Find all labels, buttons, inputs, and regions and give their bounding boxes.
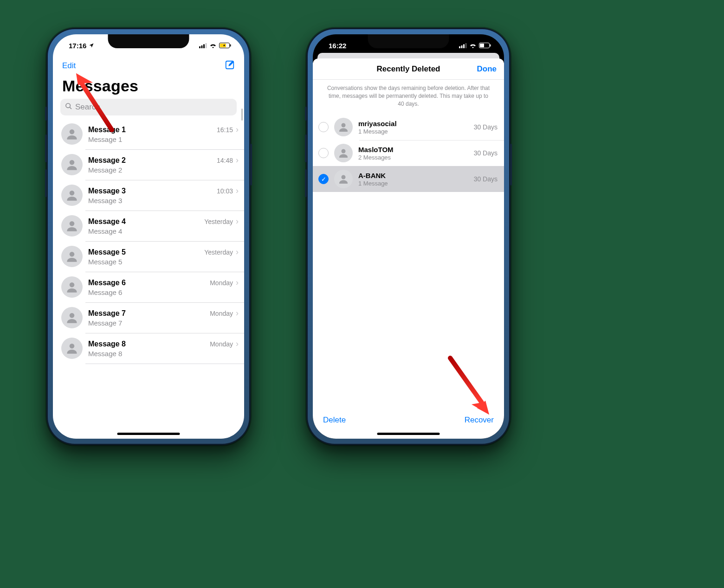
message-title: Message 7	[88, 309, 126, 318]
message-row[interactable]: Message 310:03›Message 3	[53, 180, 244, 211]
avatar	[334, 144, 353, 162]
svg-point-10	[70, 160, 75, 165]
message-title: Message 5	[88, 248, 126, 256]
message-row[interactable]: Message 8Monday›Message 8	[53, 333, 244, 364]
svg-point-11	[70, 191, 75, 196]
message-time: Monday	[210, 279, 233, 287]
svg-rect-20	[465, 43, 467, 48]
deleted-subtitle: 1 Message	[358, 180, 468, 187]
message-row[interactable]: Message 116:15›Message 1	[53, 119, 244, 149]
avatar	[334, 118, 353, 136]
cellular-icon	[459, 43, 467, 48]
deleted-title: MasloTOM	[358, 146, 468, 153]
message-row[interactable]: Message 5Yesterday›Message 5	[53, 241, 244, 272]
info-text: Conversations show the days remaining be…	[313, 80, 504, 114]
search-icon	[65, 102, 72, 112]
svg-rect-6	[230, 45, 231, 47]
sheet: Recently Deleted Done Conversations show…	[313, 58, 504, 439]
avatar	[61, 215, 83, 236]
chevron-right-icon: ›	[236, 278, 239, 287]
svg-point-12	[70, 221, 75, 226]
svg-point-24	[342, 123, 346, 128]
deleted-row[interactable]: mriyasocial1 Message30 Days	[313, 114, 504, 140]
message-title: Message 4	[88, 217, 126, 226]
cellular-icon	[199, 43, 207, 48]
side-button	[45, 169, 47, 197]
deleted-row[interactable]: ✓A-BANK1 Message30 Days	[313, 166, 504, 192]
message-row[interactable]: Message 7Monday›Message 7	[53, 302, 244, 333]
message-title: Message 3	[88, 187, 126, 195]
checkbox-unchecked-icon[interactable]	[318, 148, 329, 158]
recover-button[interactable]: Recover	[465, 415, 494, 425]
message-time: 14:48	[217, 157, 233, 164]
chevron-right-icon: ›	[236, 339, 239, 348]
home-indicator	[377, 433, 440, 435]
notch	[108, 34, 189, 48]
svg-rect-2	[203, 44, 205, 48]
status-time: 17:16	[69, 42, 86, 50]
message-subtitle: Message 6	[88, 288, 239, 296]
chevron-right-icon: ›	[236, 247, 239, 256]
chevron-right-icon: ›	[236, 186, 239, 195]
message-time: Yesterday	[204, 218, 233, 225]
message-time: Monday	[210, 310, 233, 317]
svg-rect-23	[490, 45, 491, 47]
bottom-toolbar: Delete Recover	[313, 410, 504, 430]
message-row[interactable]: Message 214:48›Message 2	[53, 149, 244, 180]
deleted-title: A-BANK	[358, 172, 468, 179]
checkbox-checked-icon[interactable]: ✓	[318, 174, 329, 184]
deleted-title: mriyasocial	[358, 120, 468, 128]
avatar	[61, 276, 83, 298]
edit-button[interactable]: Edit	[62, 61, 76, 70]
side-button	[250, 144, 252, 185]
notch	[368, 34, 449, 48]
search-placeholder: Search	[75, 102, 100, 112]
search-input[interactable]: Search	[60, 99, 237, 115]
message-subtitle: Message 8	[88, 350, 239, 358]
svg-point-26	[342, 175, 346, 179]
delete-button[interactable]: Delete	[323, 415, 346, 425]
message-time: 16:15	[217, 126, 233, 134]
message-subtitle: Message 3	[88, 197, 239, 205]
svg-rect-1	[201, 45, 203, 48]
message-title: Message 2	[88, 156, 126, 165]
messages-list: Message 116:15›Message 1Message 214:48›M…	[53, 118, 244, 364]
svg-rect-22	[480, 44, 484, 47]
deleted-days: 30 Days	[474, 175, 498, 183]
svg-point-8	[66, 103, 70, 108]
message-title: Message 1	[88, 126, 126, 134]
side-button	[510, 144, 512, 185]
compose-button[interactable]	[225, 60, 235, 72]
battery-charging-icon	[219, 43, 231, 48]
done-button[interactable]: Done	[477, 58, 497, 79]
message-row[interactable]: Message 6Monday›Message 6	[53, 272, 244, 302]
svg-rect-5	[220, 44, 226, 47]
page-title: Messages	[53, 75, 244, 99]
message-subtitle: Message 5	[88, 258, 239, 266]
checkbox-unchecked-icon[interactable]	[318, 122, 329, 132]
deleted-row[interactable]: MasloTOM2 Messages30 Days	[313, 140, 504, 166]
message-row[interactable]: Message 4Yesterday›Message 4	[53, 211, 244, 241]
home-indicator	[117, 433, 180, 435]
deleted-subtitle: 1 Message	[358, 128, 468, 135]
message-time: Yesterday	[204, 249, 233, 256]
nav-bar: Edit	[53, 57, 244, 75]
avatar	[61, 154, 83, 175]
message-subtitle: Message 2	[88, 166, 239, 174]
phone-recently-deleted: 16:22 Recently Deleted	[306, 28, 511, 445]
message-time: Monday	[210, 340, 233, 348]
location-icon	[89, 43, 94, 48]
chevron-right-icon: ›	[236, 308, 239, 318]
chevron-right-icon: ›	[236, 155, 239, 165]
message-title: Message 6	[88, 279, 126, 287]
message-subtitle: Message 1	[88, 135, 239, 143]
battery-icon	[479, 43, 491, 48]
deleted-days: 30 Days	[474, 123, 498, 131]
message-subtitle: Message 7	[88, 319, 239, 327]
side-button	[45, 107, 47, 121]
svg-point-16	[70, 344, 75, 349]
chevron-right-icon: ›	[236, 217, 239, 226]
svg-point-14	[70, 282, 75, 288]
sheet-title: Recently Deleted	[377, 64, 440, 74]
phone-messages: 17:16 Edit	[46, 28, 251, 445]
